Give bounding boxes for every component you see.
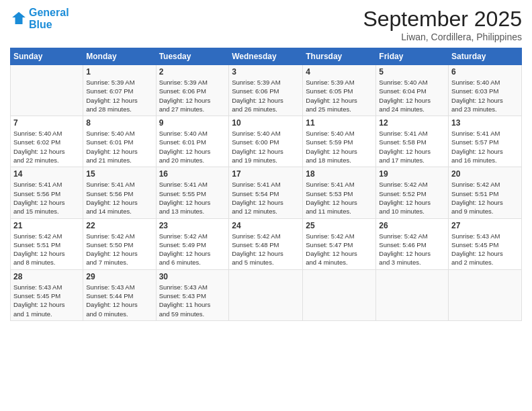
col-saturday: Saturday: [449, 48, 522, 65]
svg-marker-0: [12, 12, 26, 24]
day-number: 11: [306, 118, 373, 128]
calendar-cell: 14Sunrise: 5:41 AM Sunset: 5:56 PM Dayli…: [11, 167, 83, 218]
col-wednesday: Wednesday: [229, 48, 303, 65]
calendar-cell: 4Sunrise: 5:39 AM Sunset: 6:05 PM Daylig…: [303, 65, 376, 116]
day-info: Sunrise: 5:42 AM Sunset: 5:49 PM Dayligh…: [159, 232, 226, 267]
day-number: 1: [86, 67, 152, 77]
day-number: 25: [306, 221, 373, 230]
calendar-week-1: 1Sunrise: 5:39 AM Sunset: 6:07 PM Daylig…: [11, 65, 522, 116]
day-info: Sunrise: 5:40 AM Sunset: 6:04 PM Dayligh…: [379, 78, 445, 113]
day-number: 14: [13, 169, 80, 179]
day-number: 12: [379, 118, 445, 128]
day-info: Sunrise: 5:42 AM Sunset: 5:46 PM Dayligh…: [379, 232, 445, 267]
calendar-week-4: 21Sunrise: 5:42 AM Sunset: 5:51 PM Dayli…: [11, 218, 522, 269]
calendar-cell: 8Sunrise: 5:40 AM Sunset: 6:01 PM Daylig…: [83, 116, 156, 167]
day-number: 29: [86, 272, 152, 281]
day-number: 13: [451, 118, 519, 128]
day-info: Sunrise: 5:42 AM Sunset: 5:47 PM Dayligh…: [306, 232, 373, 267]
day-info: Sunrise: 5:42 AM Sunset: 5:50 PM Dayligh…: [86, 232, 152, 267]
calendar-cell: 2Sunrise: 5:39 AM Sunset: 6:06 PM Daylig…: [156, 65, 229, 116]
calendar-cell: 10Sunrise: 5:40 AM Sunset: 6:00 PM Dayli…: [229, 116, 303, 167]
day-info: Sunrise: 5:41 AM Sunset: 5:58 PM Dayligh…: [379, 129, 445, 165]
day-number: 20: [451, 169, 519, 179]
calendar-week-5: 28Sunrise: 5:43 AM Sunset: 5:45 PM Dayli…: [11, 269, 522, 320]
day-info: Sunrise: 5:42 AM Sunset: 5:52 PM Dayligh…: [379, 180, 445, 216]
day-info: Sunrise: 5:40 AM Sunset: 6:02 PM Dayligh…: [13, 129, 80, 165]
day-number: 15: [86, 169, 152, 179]
calendar-cell: 23Sunrise: 5:42 AM Sunset: 5:49 PM Dayli…: [156, 218, 229, 269]
calendar-cell: 5Sunrise: 5:40 AM Sunset: 6:04 PM Daylig…: [376, 65, 449, 116]
day-number: 27: [451, 221, 519, 230]
day-number: 28: [13, 272, 80, 281]
calendar-cell: 22Sunrise: 5:42 AM Sunset: 5:50 PM Dayli…: [83, 218, 156, 269]
day-info: Sunrise: 5:39 AM Sunset: 6:07 PM Dayligh…: [86, 78, 152, 113]
day-number: 10: [232, 118, 300, 128]
day-number: 7: [13, 118, 80, 128]
calendar-cell: 17Sunrise: 5:41 AM Sunset: 5:54 PM Dayli…: [229, 167, 303, 218]
header: General Blue September 2025 Liwan, Cordi…: [10, 7, 522, 42]
logo: General Blue: [10, 7, 69, 31]
day-info: Sunrise: 5:42 AM Sunset: 5:51 PM Dayligh…: [451, 180, 519, 216]
calendar-cell: [11, 65, 83, 116]
day-info: Sunrise: 5:41 AM Sunset: 5:54 PM Dayligh…: [232, 180, 300, 216]
day-info: Sunrise: 5:40 AM Sunset: 5:59 PM Dayligh…: [306, 129, 373, 165]
calendar-cell: 9Sunrise: 5:40 AM Sunset: 6:01 PM Daylig…: [156, 116, 229, 167]
header-row: Sunday Monday Tuesday Wednesday Thursday…: [11, 48, 522, 65]
day-info: Sunrise: 5:39 AM Sunset: 6:06 PM Dayligh…: [232, 78, 300, 113]
day-info: Sunrise: 5:40 AM Sunset: 6:03 PM Dayligh…: [451, 78, 519, 113]
day-number: 17: [232, 169, 300, 179]
day-number: 30: [159, 272, 226, 281]
calendar-cell: 28Sunrise: 5:43 AM Sunset: 5:45 PM Dayli…: [11, 269, 83, 320]
day-number: 19: [379, 169, 445, 179]
day-info: Sunrise: 5:43 AM Sunset: 5:44 PM Dayligh…: [86, 283, 152, 318]
month-title: September 2025: [363, 7, 522, 32]
day-number: 4: [306, 67, 373, 77]
day-info: Sunrise: 5:41 AM Sunset: 5:56 PM Dayligh…: [86, 180, 152, 216]
day-info: Sunrise: 5:43 AM Sunset: 5:45 PM Dayligh…: [451, 232, 519, 267]
day-info: Sunrise: 5:40 AM Sunset: 6:01 PM Dayligh…: [159, 129, 226, 165]
day-number: 23: [159, 221, 226, 230]
calendar-cell: [229, 269, 303, 320]
calendar-cell: 20Sunrise: 5:42 AM Sunset: 5:51 PM Dayli…: [449, 167, 522, 218]
day-info: Sunrise: 5:41 AM Sunset: 5:53 PM Dayligh…: [306, 180, 373, 216]
col-sunday: Sunday: [11, 48, 83, 65]
calendar-cell: 7Sunrise: 5:40 AM Sunset: 6:02 PM Daylig…: [11, 116, 83, 167]
logo-line2: Blue: [29, 19, 69, 31]
calendar-cell: 19Sunrise: 5:42 AM Sunset: 5:52 PM Dayli…: [376, 167, 449, 218]
col-friday: Friday: [376, 48, 449, 65]
logo-line1: General: [29, 7, 69, 19]
calendar-cell: 21Sunrise: 5:42 AM Sunset: 5:51 PM Dayli…: [11, 218, 83, 269]
day-info: Sunrise: 5:39 AM Sunset: 6:06 PM Dayligh…: [159, 78, 226, 113]
title-block: September 2025 Liwan, Cordillera, Philip…: [363, 7, 522, 42]
day-number: 22: [86, 221, 152, 230]
day-number: 3: [232, 67, 300, 77]
calendar-cell: 13Sunrise: 5:41 AM Sunset: 5:57 PM Dayli…: [449, 116, 522, 167]
calendar-cell: 15Sunrise: 5:41 AM Sunset: 5:56 PM Dayli…: [83, 167, 156, 218]
day-number: 8: [86, 118, 152, 128]
calendar-week-3: 14Sunrise: 5:41 AM Sunset: 5:56 PM Dayli…: [11, 167, 522, 218]
day-number: 18: [306, 169, 373, 179]
logo-icon: [11, 10, 26, 25]
calendar-cell: [376, 269, 449, 320]
calendar-cell: [449, 269, 522, 320]
calendar-cell: 6Sunrise: 5:40 AM Sunset: 6:03 PM Daylig…: [449, 65, 522, 116]
day-info: Sunrise: 5:43 AM Sunset: 5:43 PM Dayligh…: [159, 283, 226, 318]
day-info: Sunrise: 5:40 AM Sunset: 6:00 PM Dayligh…: [232, 129, 300, 165]
day-info: Sunrise: 5:41 AM Sunset: 5:55 PM Dayligh…: [159, 180, 226, 216]
day-number: 2: [159, 67, 226, 77]
day-info: Sunrise: 5:40 AM Sunset: 6:01 PM Dayligh…: [86, 129, 152, 165]
calendar-cell: 30Sunrise: 5:43 AM Sunset: 5:43 PM Dayli…: [156, 269, 229, 320]
col-monday: Monday: [83, 48, 156, 65]
calendar-cell: 18Sunrise: 5:41 AM Sunset: 5:53 PM Dayli…: [303, 167, 376, 218]
calendar-cell: 11Sunrise: 5:40 AM Sunset: 5:59 PM Dayli…: [303, 116, 376, 167]
day-info: Sunrise: 5:42 AM Sunset: 5:48 PM Dayligh…: [232, 232, 300, 267]
calendar-cell: 3Sunrise: 5:39 AM Sunset: 6:06 PM Daylig…: [229, 65, 303, 116]
day-number: 5: [379, 67, 445, 77]
day-info: Sunrise: 5:41 AM Sunset: 5:56 PM Dayligh…: [13, 180, 80, 216]
col-tuesday: Tuesday: [156, 48, 229, 65]
day-number: 21: [13, 221, 80, 230]
calendar-cell: 25Sunrise: 5:42 AM Sunset: 5:47 PM Dayli…: [303, 218, 376, 269]
col-thursday: Thursday: [303, 48, 376, 65]
day-number: 16: [159, 169, 226, 179]
day-number: 24: [232, 221, 300, 230]
